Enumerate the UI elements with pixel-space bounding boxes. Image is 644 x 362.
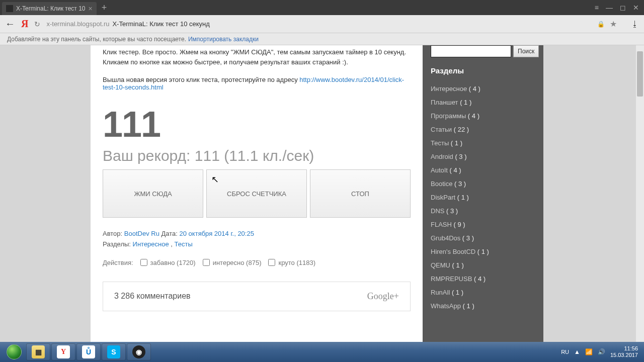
new-tab-button[interactable]: + (102, 3, 107, 13)
yandex-icon: Y (57, 345, 70, 358)
category-link[interactable]: DiskPart (431, 194, 455, 201)
comments-header: 3 286 комментариев Google+ (103, 282, 411, 311)
reaction-cool[interactable]: круто (1183) (268, 259, 315, 266)
category-item[interactable]: Тесты ( 1 ) (431, 136, 535, 150)
category-item[interactable]: RunAll ( 1 ) (431, 286, 535, 299)
category-item[interactable]: Android ( 3 ) (431, 150, 535, 163)
downloads-icon[interactable]: ⭳ (631, 20, 639, 29)
sidebar-search-button[interactable]: Поиск (513, 45, 539, 57)
category-count: ( 1 ) (450, 261, 464, 269)
category-link[interactable]: Программы (431, 112, 466, 120)
stop-button[interactable]: СТОП (310, 169, 411, 218)
yandex-logo-icon[interactable]: Я (21, 18, 28, 30)
category-link[interactable]: WhatsApp (431, 302, 461, 310)
window-maximize-icon[interactable]: ◻ (620, 4, 626, 12)
category-count: ( 9 ) (452, 221, 465, 228)
category-item[interactable]: Bootice ( 3 ) (431, 177, 535, 191)
taskbar-yandex[interactable]: Y (51, 343, 75, 360)
tray-language[interactable]: RU (561, 349, 569, 355)
author-link[interactable]: BootDev Ru (124, 230, 159, 237)
tray-network-icon[interactable]: 📶 (585, 348, 593, 355)
reaction-funny-checkbox[interactable] (140, 259, 147, 266)
category-link[interactable]: Bootice (431, 180, 452, 188)
category-item[interactable]: RMPREPUSB ( 4 ) (431, 272, 535, 286)
category-link[interactable]: AutoIt (431, 166, 448, 174)
category-link[interactable]: Тесты (431, 139, 449, 147)
bookmark-star-icon[interactable]: ★ (610, 19, 617, 29)
uget-icon: Ů (82, 345, 95, 358)
category-count: ( 4 ) (448, 166, 461, 174)
new-version-text: Вышла новая версия этого клик теста, про… (103, 76, 411, 91)
taskbar-obs[interactable]: ◉ (127, 343, 151, 360)
category-count: ( 3 ) (452, 180, 466, 188)
category-count: ( 4 ) (467, 85, 480, 93)
tab-title: X-TerminaL: Клик тест 10 (16, 5, 86, 12)
bookmarks-hint: Добавляйте на эту панель сайты, которые … (7, 36, 186, 43)
category-count: ( 22 ) (452, 126, 469, 133)
section-link-1[interactable]: Интересное (133, 240, 169, 248)
category-link[interactable]: RMPREPUSB (431, 275, 472, 283)
post-meta: Автор: BootDev Ru Дата: 20 октября 2014 … (103, 229, 411, 250)
tray-volume-icon[interactable]: 🔊 (598, 348, 605, 355)
category-item[interactable]: DNS ( 3 ) (431, 204, 535, 218)
category-item[interactable]: Интересное ( 4 ) (431, 82, 535, 96)
reaction-funny[interactable]: забавно (1720) (140, 259, 196, 266)
menu-icon[interactable]: ≡ (595, 4, 599, 12)
import-bookmarks-link[interactable]: Импортировать закладки (188, 36, 259, 43)
category-item[interactable]: AutoIt ( 4 ) (431, 163, 535, 177)
category-link[interactable]: Hiren's BootCD (431, 248, 475, 255)
taskbar-explorer[interactable]: ▦ (26, 343, 50, 360)
taskbar-uget[interactable]: Ů (76, 343, 101, 360)
category-link[interactable]: FLASH (431, 221, 452, 228)
nav-back-button[interactable]: ← (5, 18, 15, 30)
reaction-interesting[interactable]: интересно (875) (203, 259, 262, 266)
category-link[interactable]: Статьи (431, 126, 452, 133)
tray-clock[interactable]: 11:56 15.03.2017 (610, 345, 638, 358)
category-link[interactable]: RunAll (431, 289, 450, 296)
category-link[interactable]: Планшет (431, 99, 458, 106)
category-count: ( 1 ) (458, 99, 472, 106)
click-here-button[interactable]: ЖМИ СЮДА (103, 169, 203, 218)
category-item[interactable]: WhatsApp ( 1 ) (431, 299, 535, 313)
category-item[interactable]: DiskPart ( 1 ) (431, 191, 535, 204)
category-item[interactable]: Планшет ( 1 ) (431, 96, 535, 109)
browser-tab-active[interactable]: X-TerminaL: Клик тест 10 × (2, 2, 97, 15)
category-link[interactable]: Интересное (431, 85, 467, 93)
start-button[interactable] (3, 343, 25, 360)
date-label: Дата: (162, 230, 178, 237)
category-link[interactable]: Android (431, 153, 453, 160)
url-host: x-terminal.blogspot.ru (46, 20, 109, 28)
taskbar-skype[interactable]: S (102, 343, 126, 360)
post-date-link[interactable]: 20 октября 2014 г., 20:25 (180, 230, 254, 237)
category-item[interactable]: Программы ( 4 ) (431, 109, 535, 123)
reload-button[interactable]: ↻ (34, 20, 40, 28)
tray-flag-icon[interactable]: ▲ (574, 348, 580, 355)
sidebar-search-input[interactable] (431, 45, 511, 57)
googleplus-label[interactable]: Google+ (367, 291, 399, 302)
tab-close-icon[interactable]: × (89, 5, 93, 13)
reset-counter-button[interactable]: СБРОС СЧЕТЧИКА (206, 169, 307, 218)
section-link-2[interactable]: Тесты (175, 240, 193, 248)
category-item[interactable]: Hiren's BootCD ( 1 ) (431, 245, 535, 258)
category-count: ( 1 ) (450, 289, 463, 296)
sidebar: Поиск Разделы Интересное ( 4 )Планшет ( … (423, 45, 543, 342)
category-item[interactable]: QEMU ( 1 ) (431, 258, 535, 272)
category-link[interactable]: QEMU (431, 261, 450, 269)
url-page-title: X-TerminaL: Клик тест 10 секунд (112, 20, 209, 28)
category-link[interactable]: Grub4Dos (431, 234, 460, 242)
category-item[interactable]: Статьи ( 22 ) (431, 123, 535, 136)
url-field[interactable]: x-terminal.blogspot.ru X-TerminaL: Клик … (46, 20, 591, 28)
reaction-interesting-checkbox[interactable] (203, 259, 210, 266)
obs-icon: ◉ (132, 345, 145, 358)
window-close-icon[interactable]: ✕ (633, 4, 639, 12)
window-minimize-icon[interactable]: — (606, 4, 613, 12)
category-list: Интересное ( 4 )Планшет ( 1 )Программы (… (431, 82, 535, 313)
reaction-cool-checkbox[interactable] (268, 259, 275, 266)
vertical-scrollbar[interactable] (636, 45, 644, 342)
scrollbar-thumb[interactable] (637, 51, 643, 97)
lock-icon[interactable]: 🔒 (597, 21, 605, 28)
category-item[interactable]: Grub4Dos ( 3 ) (431, 231, 535, 245)
category-item[interactable]: FLASH ( 9 ) (431, 218, 535, 231)
category-count: ( 3 ) (453, 153, 467, 160)
category-link[interactable]: DNS (431, 207, 444, 215)
